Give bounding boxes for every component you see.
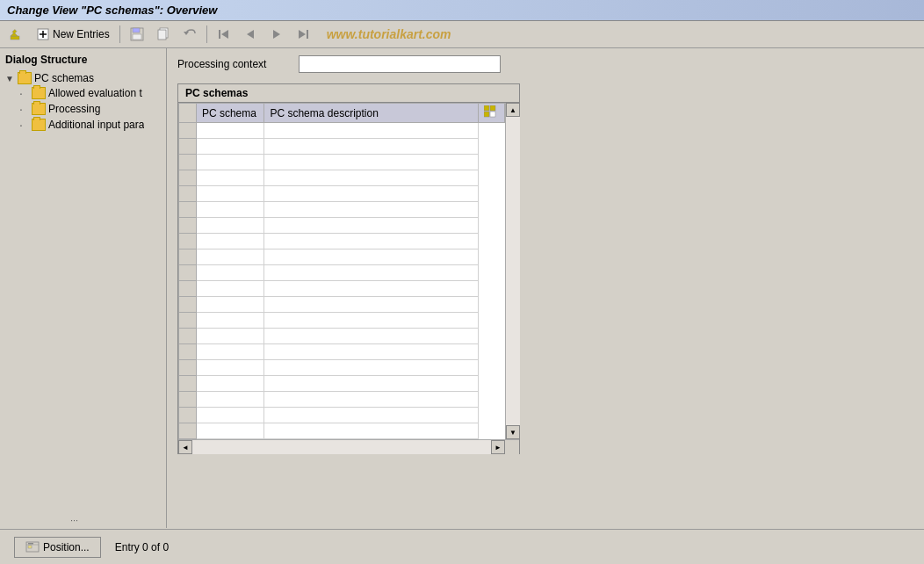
cell-pc-schema-desc[interactable]	[264, 186, 479, 202]
nav-first-button[interactable]	[213, 25, 235, 44]
processing-context-input[interactable]	[299, 55, 501, 73]
table-row[interactable]	[179, 170, 505, 186]
cell-pc-schema[interactable]	[196, 423, 264, 439]
table-row[interactable]	[179, 218, 505, 234]
cell-pc-schema[interactable]	[196, 265, 264, 281]
cell-pc-schema[interactable]	[196, 329, 264, 344]
watermark: www.tutorialkart.com	[327, 27, 451, 41]
cell-pc-schema[interactable]	[196, 139, 264, 155]
scroll-left-button[interactable]: ◄	[178, 440, 192, 454]
copy-button[interactable]	[152, 25, 175, 44]
table-row[interactable]	[179, 344, 505, 360]
nav-prev-button[interactable]	[239, 25, 262, 44]
table-row[interactable]	[179, 281, 505, 297]
cell-pc-schema-desc[interactable]	[264, 392, 479, 408]
cell-pc-schema[interactable]	[196, 408, 264, 423]
cell-pc-schema[interactable]	[196, 186, 264, 202]
sidebar-item-processing[interactable]: · Processing	[2, 101, 164, 117]
sidebar-item-additional-input[interactable]: · Additional input para	[2, 117, 164, 133]
new-entries-button[interactable]: New Entries	[32, 25, 114, 44]
cell-pc-schema-desc[interactable]	[264, 139, 479, 155]
cell-pc-schema[interactable]	[196, 123, 264, 139]
entry-status: Entry 0 of 0	[115, 541, 169, 553]
cell-pc-schema[interactable]	[196, 281, 264, 297]
cell-pc-schema-desc[interactable]	[264, 170, 479, 186]
svg-rect-2	[12, 30, 17, 34]
cell-pc-schema-desc[interactable]	[264, 313, 479, 329]
cell-pc-schema[interactable]	[196, 344, 264, 360]
row-selector	[179, 139, 197, 155]
edit-button[interactable]	[5, 25, 28, 44]
resize-handle[interactable]: ···	[70, 515, 78, 525]
cell-pc-schema[interactable]	[196, 249, 264, 265]
table-row[interactable]	[179, 202, 505, 218]
scroll-down-button[interactable]: ▼	[506, 425, 520, 439]
table-row[interactable]	[179, 408, 505, 423]
row-selector	[179, 329, 197, 344]
scroll-track-horizontal[interactable]	[192, 440, 491, 454]
row-selector	[179, 170, 197, 186]
svg-marker-15	[273, 30, 280, 39]
svg-rect-25	[28, 543, 33, 545]
table-row[interactable]	[179, 155, 505, 170]
cell-pc-schema[interactable]	[196, 170, 264, 186]
cell-pc-schema-desc[interactable]	[264, 123, 479, 139]
table-row[interactable]	[179, 392, 505, 408]
save-button[interactable]	[126, 25, 148, 44]
table-row[interactable]	[179, 297, 505, 313]
nav-last-button[interactable]	[292, 25, 314, 44]
row-selector	[179, 313, 197, 329]
cell-pc-schema[interactable]	[196, 155, 264, 170]
table-row[interactable]	[179, 329, 505, 344]
cell-pc-schema[interactable]	[196, 392, 264, 408]
svg-marker-11	[184, 32, 189, 35]
data-table: PC schema PC schema description	[178, 103, 505, 439]
table-row[interactable]	[179, 265, 505, 281]
table-row[interactable]	[179, 313, 505, 329]
table-row[interactable]	[179, 186, 505, 202]
table-row[interactable]	[179, 376, 505, 392]
sidebar-item-pc-schemas[interactable]: ▼ PC schemas	[2, 71, 164, 85]
cell-pc-schema-desc[interactable]	[264, 344, 479, 360]
row-selector	[179, 265, 197, 281]
cell-pc-schema[interactable]	[196, 297, 264, 313]
cell-pc-schema-desc[interactable]	[264, 376, 479, 392]
bottom-bar: Position... Entry 0 of 0	[0, 529, 924, 564]
cell-pc-schema-desc[interactable]	[264, 329, 479, 344]
col-header-settings[interactable]	[479, 104, 505, 123]
cell-pc-schema-desc[interactable]	[264, 155, 479, 170]
scroll-track-vertical[interactable]	[506, 117, 520, 425]
cell-pc-schema[interactable]	[196, 313, 264, 329]
table-row[interactable]	[179, 249, 505, 265]
cell-pc-schema-desc[interactable]	[264, 297, 479, 313]
save-icon	[130, 27, 144, 41]
cell-pc-schema[interactable]	[196, 218, 264, 234]
table-row[interactable]	[179, 123, 505, 139]
position-button[interactable]: Position...	[14, 537, 101, 558]
sidebar-item-allowed-evaluation[interactable]: · Allowed evaluation t	[2, 85, 164, 101]
row-selector	[179, 202, 197, 218]
cell-pc-schema[interactable]	[196, 234, 264, 249]
cell-pc-schema-desc[interactable]	[264, 202, 479, 218]
svg-marker-14	[247, 30, 254, 39]
cell-pc-schema-desc[interactable]	[264, 408, 479, 423]
cell-pc-schema-desc[interactable]	[264, 265, 479, 281]
cell-pc-schema[interactable]	[196, 202, 264, 218]
cell-pc-schema-desc[interactable]	[264, 360, 479, 376]
cell-pc-schema-desc[interactable]	[264, 218, 479, 234]
nav-next-button[interactable]	[265, 25, 288, 44]
undo-button[interactable]	[178, 25, 201, 44]
table-row[interactable]	[179, 423, 505, 439]
cell-pc-schema[interactable]	[196, 376, 264, 392]
table-row[interactable]	[179, 139, 505, 155]
scroll-right-button[interactable]: ►	[491, 440, 505, 454]
table-row[interactable]	[179, 360, 505, 376]
cell-pc-schema-desc[interactable]	[264, 249, 479, 265]
scroll-up-button[interactable]: ▲	[506, 103, 520, 117]
cell-pc-schema[interactable]	[196, 360, 264, 376]
cell-pc-schema-desc[interactable]	[264, 423, 479, 439]
table-row[interactable]	[179, 234, 505, 249]
cell-pc-schema-desc[interactable]	[264, 281, 479, 297]
cell-pc-schema-desc[interactable]	[264, 234, 479, 249]
table-scroll-inner: PC schema PC schema description	[178, 103, 505, 439]
